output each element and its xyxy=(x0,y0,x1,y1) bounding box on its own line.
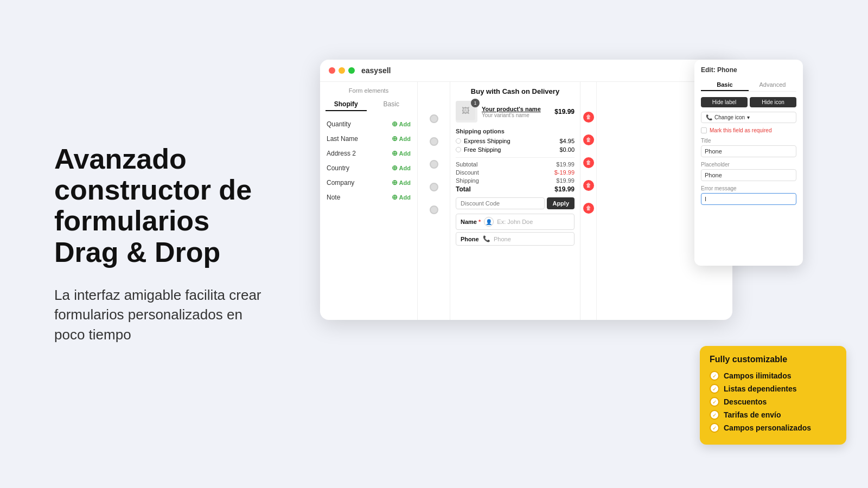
express-shipping-label: Express Shipping xyxy=(464,138,510,144)
phone-small-icon: 📞 xyxy=(706,114,712,120)
row-controls: 🗑 🗑 🗑 🗑 🗑 xyxy=(580,82,597,320)
trash-icon-3: 🗑 xyxy=(586,160,591,165)
placeholder-input[interactable] xyxy=(701,169,796,181)
yellow-card: Fully customizable ✓ Campos ilimitados ✓… xyxy=(700,346,846,445)
add-address2-button[interactable]: ⊕ Add xyxy=(392,149,411,157)
product-name: Your product's name xyxy=(482,106,550,112)
phone-field-label: Phone xyxy=(461,236,480,242)
plus-icon-4: ⊕ xyxy=(392,164,398,172)
drag-circle-1 xyxy=(430,114,438,123)
shipping-option-express[interactable]: Express Shipping $4.95 xyxy=(456,138,575,144)
total-label: Total xyxy=(456,185,471,193)
feature-item-5: ✓ Campos personalizados xyxy=(710,423,837,433)
required-checkbox-row[interactable]: Mark this field as required xyxy=(701,127,796,133)
edit-tab-advanced[interactable]: Advanced xyxy=(749,79,796,91)
add-country-label: Add xyxy=(399,165,411,171)
subtotal-row: Subtotal $19.99 xyxy=(456,161,575,168)
add-company-label: Add xyxy=(399,179,411,186)
change-icon-button[interactable]: 📞 Change icon ▾ xyxy=(701,112,796,123)
required-checkbox[interactable] xyxy=(701,127,707,133)
hero-subtitle: La interfaz amigable facilita crear form… xyxy=(54,285,271,344)
free-shipping-label: Free Shipping xyxy=(464,146,501,153)
drag-circle-3 xyxy=(430,160,438,169)
feature-text-4: Tarifas de envío xyxy=(724,410,781,419)
phone-icon: 📞 xyxy=(483,235,490,242)
subtotal-value: $19.99 xyxy=(556,161,575,168)
app-title: easysell xyxy=(361,66,391,75)
delete-btn-2[interactable]: 🗑 xyxy=(583,134,594,145)
edit-tab-basic[interactable]: Basic xyxy=(701,79,749,91)
feature-text-5: Campos personalizados xyxy=(724,423,811,432)
yellow-card-title: Fully customizable xyxy=(710,355,837,364)
discount-code-input[interactable] xyxy=(456,197,545,209)
add-address2-label: Add xyxy=(399,150,411,157)
plus-icon-5: ⊕ xyxy=(392,178,398,187)
chevron-down-icon: ▾ xyxy=(747,114,750,120)
required-label: Mark this field as required xyxy=(710,127,772,133)
delete-btn-1[interactable]: 🗑 xyxy=(583,112,594,123)
traffic-light-green[interactable] xyxy=(348,67,355,74)
subtotal-label: Subtotal xyxy=(456,161,477,168)
add-note-label: Add xyxy=(399,194,411,201)
name-field-label: Name * xyxy=(461,219,481,225)
delete-btn-3[interactable]: 🗑 xyxy=(583,157,594,168)
apply-button[interactable]: Apply xyxy=(547,197,575,209)
form-item-note: Note ⊕ Add xyxy=(320,190,417,204)
tab-shopify[interactable]: Shopify xyxy=(326,98,367,111)
shipping-option-free[interactable]: Free Shipping $0.00 xyxy=(456,146,575,153)
app-window: easysell Form elements Shopify Basic Qua… xyxy=(320,60,732,320)
title-input[interactable] xyxy=(701,145,796,157)
error-section: Error message xyxy=(701,185,796,205)
add-lastname-button[interactable]: ⊕ Add xyxy=(392,134,411,143)
order-title: Buy with Cash on Delivery xyxy=(456,87,575,95)
form-item-lastname-label: Last Name xyxy=(327,135,358,143)
radio-express xyxy=(456,138,461,144)
feature-text-1: Campos ilimitados xyxy=(724,371,791,380)
required-star: * xyxy=(478,219,481,225)
delete-btn-4[interactable]: 🗑 xyxy=(583,180,594,191)
check-icon-4: ✓ xyxy=(710,410,719,420)
free-shipping-price: $0.00 xyxy=(559,146,575,153)
drag-circle-4 xyxy=(430,183,438,191)
form-item-company: Company ⊕ Add xyxy=(320,175,417,190)
add-quantity-label: Add xyxy=(399,121,411,127)
discount-label: Discount xyxy=(456,169,479,176)
feature-item-4: ✓ Tarifas de envío xyxy=(710,410,837,420)
traffic-light-yellow[interactable] xyxy=(339,67,345,74)
product-badge: 1 xyxy=(471,99,480,107)
product-info: Your product's name Your variant's name xyxy=(482,106,550,118)
error-section-label: Error message xyxy=(701,185,796,191)
plus-icon-2: ⊕ xyxy=(392,134,398,143)
traffic-light-red[interactable] xyxy=(329,67,335,74)
form-item-address2-label: Address 2 xyxy=(327,150,356,157)
form-item-quantity-label: Quantity xyxy=(327,120,351,128)
check-icon-2: ✓ xyxy=(710,384,719,394)
tab-basic[interactable]: Basic xyxy=(371,98,412,111)
error-input[interactable] xyxy=(701,193,796,205)
divider-1 xyxy=(456,157,575,158)
name-field-row: Name * 👤 Ex: John Doe xyxy=(456,214,575,230)
product-variant: Your variant's name xyxy=(482,112,550,118)
delete-btn-5[interactable]: 🗑 xyxy=(583,203,594,214)
hero-title: Avanzado constructor de formularios Drag… xyxy=(54,144,271,268)
add-company-button[interactable]: ⊕ Add xyxy=(392,178,411,187)
shipping-option-express-left: Express Shipping xyxy=(456,138,510,144)
add-note-button[interactable]: ⊕ Add xyxy=(392,193,411,201)
trash-icon-1: 🗑 xyxy=(586,114,591,120)
add-quantity-button[interactable]: ⊕ Add xyxy=(392,120,411,128)
image-icon: 🖼 xyxy=(462,106,469,115)
drag-circle-5 xyxy=(430,206,438,214)
add-country-button[interactable]: ⊕ Add xyxy=(392,164,411,172)
feature-text-3: Descuentos xyxy=(724,397,767,406)
right-section: easysell Form elements Shopify Basic Qua… xyxy=(304,0,868,488)
hide-label-button[interactable]: Hide label xyxy=(701,97,748,107)
window-titlebar: easysell xyxy=(320,60,732,82)
discount-value: $-19.99 xyxy=(554,169,575,176)
feature-item-3: ✓ Descuentos xyxy=(710,397,837,407)
add-lastname-label: Add xyxy=(399,136,411,142)
name-placeholder: Ex: John Doe xyxy=(497,219,533,225)
shipping-row: Shipping $19.99 xyxy=(456,177,575,184)
total-value: $19.99 xyxy=(554,185,575,193)
hide-icon-button[interactable]: Hide icon xyxy=(750,97,796,107)
phone-field-row: Phone 📞 Phone xyxy=(456,232,575,246)
